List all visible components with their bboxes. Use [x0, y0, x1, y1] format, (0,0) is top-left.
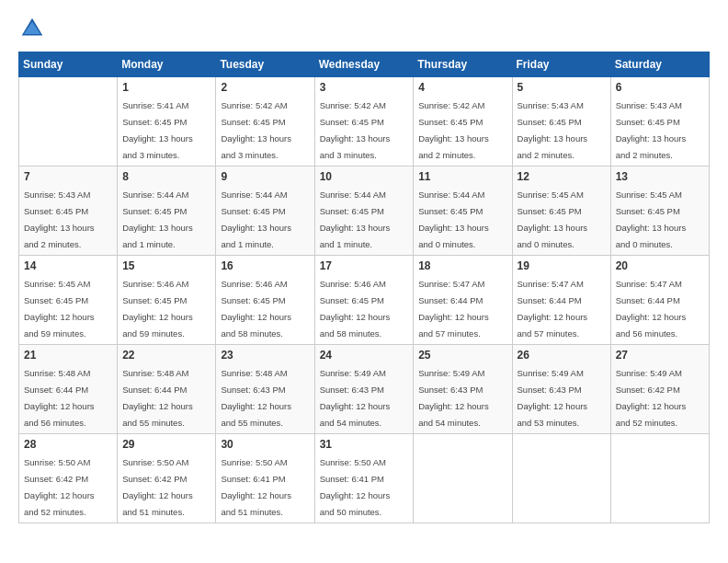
day-number: 10	[320, 170, 409, 183]
calendar-cell: 17Sunrise: 5:46 AM Sunset: 6:45 PM Dayli…	[314, 256, 414, 345]
day-number: 16	[221, 259, 309, 272]
page-header	[18, 15, 710, 42]
calendar-cell: 11Sunrise: 5:44 AM Sunset: 6:45 PM Dayli…	[414, 167, 512, 256]
day-number: 26	[518, 349, 606, 362]
day-detail: Sunrise: 5:48 AM Sunset: 6:44 PM Dayligh…	[24, 368, 95, 428]
calendar-cell: 6Sunrise: 5:43 AM Sunset: 6:45 PM Daylig…	[610, 77, 709, 167]
calendar-cell: 25Sunrise: 5:49 AM Sunset: 6:43 PM Dayli…	[414, 345, 512, 434]
day-detail: Sunrise: 5:50 AM Sunset: 6:41 PM Dayligh…	[221, 457, 291, 517]
calendar-cell: 14Sunrise: 5:45 AM Sunset: 6:45 PM Dayli…	[19, 256, 118, 345]
day-detail: Sunrise: 5:50 AM Sunset: 6:41 PM Dayligh…	[320, 457, 391, 517]
day-detail: Sunrise: 5:47 AM Sunset: 6:44 PM Dayligh…	[418, 279, 489, 339]
calendar-cell: 3Sunrise: 5:42 AM Sunset: 6:45 PM Daylig…	[314, 77, 414, 167]
day-number: 2	[221, 81, 309, 94]
header-thursday: Thursday	[414, 52, 512, 77]
day-detail: Sunrise: 5:46 AM Sunset: 6:45 PM Dayligh…	[221, 279, 291, 339]
day-number: 5	[518, 81, 606, 94]
day-detail: Sunrise: 5:48 AM Sunset: 6:44 PM Dayligh…	[122, 368, 193, 428]
calendar-week-row: 7Sunrise: 5:43 AM Sunset: 6:45 PM Daylig…	[19, 167, 710, 256]
day-number: 3	[320, 81, 409, 94]
calendar-cell	[414, 434, 512, 523]
header-monday: Monday	[118, 52, 216, 77]
day-detail: Sunrise: 5:44 AM Sunset: 6:45 PM Dayligh…	[122, 190, 193, 249]
day-number: 20	[616, 259, 704, 272]
day-number: 29	[122, 438, 210, 451]
day-number: 7	[24, 170, 112, 183]
day-detail: Sunrise: 5:45 AM Sunset: 6:45 PM Dayligh…	[24, 279, 95, 339]
day-number: 1	[122, 81, 210, 94]
header-saturday: Saturday	[610, 52, 709, 77]
calendar-cell: 19Sunrise: 5:47 AM Sunset: 6:44 PM Dayli…	[512, 256, 610, 345]
calendar-table: SundayMondayTuesdayWednesdayThursdayFrid…	[18, 52, 710, 523]
day-number: 9	[221, 170, 309, 183]
calendar-cell: 4Sunrise: 5:42 AM Sunset: 6:45 PM Daylig…	[414, 77, 512, 167]
calendar-cell: 30Sunrise: 5:50 AM Sunset: 6:41 PM Dayli…	[216, 434, 314, 523]
day-detail: Sunrise: 5:49 AM Sunset: 6:43 PM Dayligh…	[518, 368, 588, 428]
calendar-cell	[610, 434, 709, 523]
day-number: 21	[24, 349, 112, 362]
day-detail: Sunrise: 5:45 AM Sunset: 6:45 PM Dayligh…	[518, 190, 588, 249]
day-number: 11	[418, 170, 506, 183]
day-number: 24	[320, 349, 409, 362]
calendar-week-row: 28Sunrise: 5:50 AM Sunset: 6:42 PM Dayli…	[19, 434, 710, 523]
day-detail: Sunrise: 5:45 AM Sunset: 6:45 PM Dayligh…	[616, 190, 687, 249]
day-detail: Sunrise: 5:50 AM Sunset: 6:42 PM Dayligh…	[122, 457, 193, 517]
day-detail: Sunrise: 5:49 AM Sunset: 6:42 PM Dayligh…	[616, 368, 687, 428]
day-number: 4	[418, 81, 506, 94]
calendar-cell: 9Sunrise: 5:44 AM Sunset: 6:45 PM Daylig…	[216, 167, 314, 256]
header-tuesday: Tuesday	[216, 52, 314, 77]
day-detail: Sunrise: 5:47 AM Sunset: 6:44 PM Dayligh…	[616, 279, 687, 339]
day-detail: Sunrise: 5:44 AM Sunset: 6:45 PM Dayligh…	[418, 190, 489, 249]
calendar-cell: 13Sunrise: 5:45 AM Sunset: 6:45 PM Dayli…	[610, 167, 709, 256]
day-detail: Sunrise: 5:44 AM Sunset: 6:45 PM Dayligh…	[320, 190, 391, 249]
calendar-cell: 21Sunrise: 5:48 AM Sunset: 6:44 PM Dayli…	[19, 345, 118, 434]
logo	[18, 15, 50, 42]
day-number: 19	[518, 259, 606, 272]
calendar-cell: 18Sunrise: 5:47 AM Sunset: 6:44 PM Dayli…	[414, 256, 512, 345]
day-number: 18	[418, 259, 506, 272]
calendar-week-row: 21Sunrise: 5:48 AM Sunset: 6:44 PM Dayli…	[19, 345, 710, 434]
header-friday: Friday	[512, 52, 610, 77]
day-detail: Sunrise: 5:48 AM Sunset: 6:43 PM Dayligh…	[221, 368, 291, 428]
calendar-cell: 20Sunrise: 5:47 AM Sunset: 6:44 PM Dayli…	[610, 256, 709, 345]
calendar-cell: 23Sunrise: 5:48 AM Sunset: 6:43 PM Dayli…	[216, 345, 314, 434]
calendar-cell: 2Sunrise: 5:42 AM Sunset: 6:45 PM Daylig…	[216, 77, 314, 167]
calendar-cell: 15Sunrise: 5:46 AM Sunset: 6:45 PM Dayli…	[118, 256, 216, 345]
day-detail: Sunrise: 5:42 AM Sunset: 6:45 PM Dayligh…	[418, 100, 489, 160]
day-number: 13	[616, 170, 704, 183]
calendar-cell: 5Sunrise: 5:43 AM Sunset: 6:45 PM Daylig…	[512, 77, 610, 167]
header-wednesday: Wednesday	[314, 52, 414, 77]
logo-icon	[18, 15, 46, 42]
day-detail: Sunrise: 5:42 AM Sunset: 6:45 PM Dayligh…	[320, 100, 391, 160]
day-number: 14	[24, 259, 112, 272]
day-detail: Sunrise: 5:50 AM Sunset: 6:42 PM Dayligh…	[24, 457, 95, 517]
calendar-cell: 24Sunrise: 5:49 AM Sunset: 6:43 PM Dayli…	[314, 345, 414, 434]
day-number: 15	[122, 259, 210, 272]
day-detail: Sunrise: 5:43 AM Sunset: 6:45 PM Dayligh…	[616, 100, 687, 160]
day-detail: Sunrise: 5:41 AM Sunset: 6:45 PM Dayligh…	[122, 100, 193, 160]
calendar-cell: 10Sunrise: 5:44 AM Sunset: 6:45 PM Dayli…	[314, 167, 414, 256]
day-number: 25	[418, 349, 506, 362]
calendar-cell: 31Sunrise: 5:50 AM Sunset: 6:41 PM Dayli…	[314, 434, 414, 523]
calendar-cell: 16Sunrise: 5:46 AM Sunset: 6:45 PM Dayli…	[216, 256, 314, 345]
header-sunday: Sunday	[19, 52, 118, 77]
calendar-week-row: 14Sunrise: 5:45 AM Sunset: 6:45 PM Dayli…	[19, 256, 710, 345]
calendar-cell: 27Sunrise: 5:49 AM Sunset: 6:42 PM Dayli…	[610, 345, 709, 434]
day-detail: Sunrise: 5:49 AM Sunset: 6:43 PM Dayligh…	[320, 368, 391, 428]
day-number: 6	[616, 81, 704, 94]
calendar-cell: 8Sunrise: 5:44 AM Sunset: 6:45 PM Daylig…	[118, 167, 216, 256]
calendar-cell: 28Sunrise: 5:50 AM Sunset: 6:42 PM Dayli…	[19, 434, 118, 523]
day-number: 28	[24, 438, 112, 451]
calendar-week-row: 1Sunrise: 5:41 AM Sunset: 6:45 PM Daylig…	[19, 77, 710, 167]
calendar-cell: 7Sunrise: 5:43 AM Sunset: 6:45 PM Daylig…	[19, 167, 118, 256]
day-number: 30	[221, 438, 309, 451]
day-detail: Sunrise: 5:46 AM Sunset: 6:45 PM Dayligh…	[122, 279, 193, 339]
calendar-cell	[512, 434, 610, 523]
day-detail: Sunrise: 5:42 AM Sunset: 6:45 PM Dayligh…	[221, 100, 291, 160]
calendar-cell: 12Sunrise: 5:45 AM Sunset: 6:45 PM Dayli…	[512, 167, 610, 256]
day-number: 31	[320, 438, 409, 451]
day-detail: Sunrise: 5:47 AM Sunset: 6:44 PM Dayligh…	[518, 279, 588, 339]
calendar-header-row: SundayMondayTuesdayWednesdayThursdayFrid…	[19, 52, 710, 77]
day-number: 27	[616, 349, 704, 362]
day-number: 23	[221, 349, 309, 362]
